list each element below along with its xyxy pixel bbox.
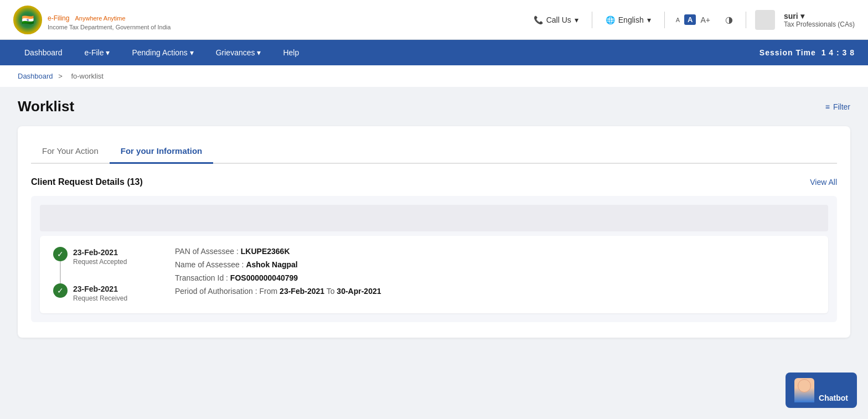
chatbot-avatar [794, 378, 814, 395]
page-header: 🇮🇳 e-Filing Anywhere Anytime Income Tax … [0, 0, 868, 40]
tabs: For Your Action For your Information [31, 139, 837, 164]
breadcrumb-separator: > [58, 72, 63, 80]
detail-name: Name of Assessee : Ashok Nagpal [175, 260, 815, 269]
user-role: Tax Professionals (CAs) [784, 20, 855, 28]
logo-subtitle: Income Tax Department, Government of Ind… [48, 24, 170, 30]
language-button[interactable]: 🌐 English ▾ [601, 13, 655, 27]
nav-grievances[interactable]: Grievances ▾ [205, 42, 272, 64]
logo-text: e-Filing Anywhere Anytime Income Tax Dep… [48, 9, 170, 30]
pan-value: LKUPE2366K [241, 247, 290, 256]
chatbot-button[interactable]: Chatbot [786, 373, 857, 395]
session-time-value: 1 4 : 3 8 [822, 48, 855, 57]
avatar [755, 10, 775, 30]
timeline-check-icon-2: ✓ [53, 283, 68, 298]
pan-label: PAN of Assessee : [175, 247, 241, 256]
filter-button[interactable]: ≡ Filter [825, 102, 850, 111]
font-controls: A A A+ [674, 14, 712, 25]
filter-icon: ≡ [825, 102, 830, 111]
timeline-item-2: ✓ 23-Feb-2021 Request Received [53, 283, 153, 302]
user-info[interactable]: suri ▾ Tax Professionals (CAs) [784, 12, 855, 28]
main-content: Worklist ≡ Filter For Your Action For yo… [0, 87, 868, 395]
period-to-label: To [324, 287, 337, 296]
header-controls: 📞 Call Us ▾ 🌐 English ▾ A A A+ ◑ suri ▾ … [529, 10, 855, 30]
breadcrumb-current: fo-worklist [71, 72, 104, 80]
page-title-area: Worklist ≡ Filter [18, 98, 850, 115]
chatbot-avatar-area [794, 378, 814, 395]
section-title: Client Request Details (13) [31, 177, 143, 187]
nav-efile[interactable]: e-File ▾ [74, 42, 121, 64]
nav-items: Dashboard e-File ▾ Pending Actions ▾ Gri… [13, 42, 760, 64]
breadcrumb-home[interactable]: Dashboard [18, 72, 53, 80]
timeline-content-1: 23-Feb-2021 Request Accepted [73, 247, 127, 266]
filter-label: Filter [833, 102, 850, 111]
logo-area: 🇮🇳 e-Filing Anywhere Anytime Income Tax … [13, 6, 170, 34]
detail-pan: PAN of Assessee : LKUPE2366K [175, 247, 815, 256]
phone-icon: 📞 [534, 15, 543, 24]
timeline-content-2: 23-Feb-2021 Request Received [73, 283, 127, 302]
detail-transaction: Transaction Id : FOS000000040799 [175, 273, 815, 282]
divider-2 [664, 12, 665, 28]
timeline-check-icon-1: ✓ [53, 247, 68, 261]
timeline-item-1: ✓ 23-Feb-2021 Request Accepted [53, 247, 153, 266]
language-label: English [618, 15, 644, 24]
main-nav: Dashboard e-File ▾ Pending Actions ▾ Gri… [0, 40, 868, 65]
user-name: suri ▾ [784, 12, 855, 20]
nav-pending-actions[interactable]: Pending Actions ▾ [121, 42, 204, 64]
logo-efiling: e-Filing Anywhere Anytime [48, 9, 170, 24]
session-time: Session Time 1 4 : 3 8 [760, 48, 855, 57]
logo-icon: 🇮🇳 [13, 6, 42, 34]
user-chevron-icon: ▾ [800, 12, 804, 20]
request-details: PAN of Assessee : LKUPE2366K Name of Ass… [175, 247, 815, 300]
worklist-card: For Your Action For your Information Cli… [18, 126, 850, 338]
transaction-label: Transaction Id : [175, 273, 230, 282]
call-us-button[interactable]: 📞 Call Us ▾ [529, 13, 583, 27]
chatbot-label: Chatbot [819, 394, 848, 395]
divider-3 [746, 12, 746, 28]
logo-efiling-text: e-Filing [48, 14, 69, 22]
period-label: Period of Authorisation : From [175, 287, 280, 296]
nav-help[interactable]: Help [272, 42, 310, 64]
detail-period: Period of Authorisation : From 23-Feb-20… [175, 287, 815, 296]
name-value: Ashok Nagpal [246, 260, 297, 269]
logo-tagline: Anywhere Anytime [75, 15, 125, 22]
font-small-button[interactable]: A [674, 15, 682, 24]
font-large-button[interactable]: A+ [698, 14, 712, 25]
tab-for-your-action[interactable]: For Your Action [31, 139, 110, 164]
chatbot-avatar-head [798, 379, 811, 392]
call-us-chevron-icon: ▾ [575, 15, 578, 24]
call-us-label: Call Us [546, 15, 571, 24]
timeline-date-2: 23-Feb-2021 [73, 284, 127, 293]
globe-icon: 🌐 [606, 15, 615, 24]
timeline: ✓ 23-Feb-2021 Request Accepted ✓ 23-Feb-… [53, 247, 153, 302]
page-title: Worklist [18, 98, 74, 115]
request-area-header [40, 205, 828, 231]
tab-for-your-information[interactable]: For your Information [110, 139, 214, 164]
period-to: 30-Apr-2021 [337, 287, 381, 296]
timeline-status-2: Request Received [73, 294, 127, 302]
session-time-label: Session Time [760, 48, 816, 57]
timeline-status-1: Request Accepted [73, 258, 127, 266]
language-chevron-icon: ▾ [647, 15, 651, 24]
period-from: 23-Feb-2021 [280, 287, 324, 296]
name-label: Name of Assessee : [175, 260, 246, 269]
request-card: ✓ 23-Feb-2021 Request Accepted ✓ 23-Feb-… [40, 236, 828, 313]
request-area: ✓ 23-Feb-2021 Request Accepted ✓ 23-Feb-… [31, 196, 837, 322]
transaction-value: FOS000000040799 [230, 273, 298, 282]
view-all-button[interactable]: View All [810, 178, 837, 187]
timeline-date-1: 23-Feb-2021 [73, 248, 127, 257]
contrast-button[interactable]: ◑ [721, 12, 737, 28]
font-medium-button[interactable]: A [684, 14, 696, 25]
nav-dashboard[interactable]: Dashboard [13, 42, 74, 64]
divider-1 [592, 12, 592, 28]
section-header: Client Request Details (13) View All [31, 177, 837, 187]
breadcrumb: Dashboard > fo-worklist [0, 65, 868, 87]
